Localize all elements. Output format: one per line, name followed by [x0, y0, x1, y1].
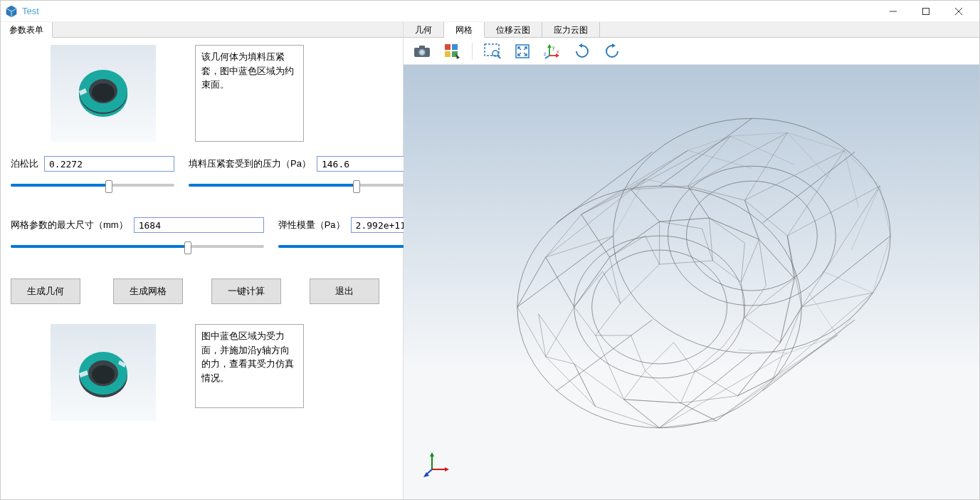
- svg-line-81: [716, 335, 837, 421]
- param-row-1: 泊松比 填料压紧套受到的压力（Pa）: [11, 156, 393, 192]
- svg-line-66: [730, 136, 794, 165]
- svg-rect-21: [445, 51, 451, 57]
- svg-line-72: [517, 257, 546, 307]
- main-body: 参数表单 该几何体为填料压紧套，图中蓝色: [1, 22, 979, 499]
- svg-line-74: [581, 179, 646, 214]
- meshsize-label: 网格参数的最大尺寸（mm）: [11, 219, 128, 231]
- svg-rect-3: [923, 8, 929, 14]
- generate-geometry-button[interactable]: 生成几何: [11, 278, 80, 304]
- svg-line-61: [737, 343, 780, 396]
- svg-point-46: [668, 166, 836, 306]
- window-title: Test: [22, 6, 877, 16]
- tab-geometry[interactable]: 几何: [404, 22, 444, 37]
- param-meshsize: 网格参数的最大尺寸（mm）: [11, 217, 264, 253]
- load-preview-row: 图中蓝色区域为受力面，并施加沿y轴方向的力，查看其受力仿真情况。: [11, 324, 393, 421]
- maximize-button[interactable]: [910, 1, 942, 22]
- poisson-label: 泊松比: [11, 157, 38, 170]
- tab-mesh[interactable]: 网格: [444, 22, 485, 38]
- svg-line-83: [546, 179, 646, 257]
- orientation-triad-icon: [423, 449, 452, 478]
- svg-rect-19: [445, 44, 451, 50]
- geometry-description-1: 该几何体为填料压紧套，图中蓝色区域为约束面。: [195, 45, 304, 142]
- svg-marker-94: [445, 467, 449, 472]
- svg-line-71: [808, 293, 837, 335]
- svg-point-47: [687, 181, 818, 291]
- view-toolbar: y x z: [404, 38, 979, 65]
- color-palette-icon[interactable]: [442, 41, 462, 61]
- svg-marker-41: [612, 43, 616, 48]
- svg-line-70: [823, 271, 873, 293]
- svg-line-62: [624, 400, 681, 403]
- svg-text:x: x: [557, 49, 559, 54]
- svg-line-48: [517, 236, 613, 307]
- svg-line-49: [801, 236, 890, 307]
- svg-line-50: [660, 118, 752, 186]
- svg-line-88: [787, 186, 880, 236]
- left-panel: 参数表单 该几何体为填料压紧套，图中蓝色: [1, 22, 404, 499]
- exit-button[interactable]: 退出: [310, 278, 379, 304]
- geometry-preview-row: 该几何体为填料压紧套，图中蓝色区域为约束面。: [11, 45, 393, 142]
- svg-marker-92: [430, 452, 434, 457]
- app-icon: [5, 5, 18, 18]
- svg-line-76: [688, 136, 731, 186]
- geometry-thumbnail-1: [51, 45, 156, 142]
- poisson-input[interactable]: [44, 156, 174, 172]
- svg-marker-40: [579, 43, 582, 48]
- geometry-description-2: 图中蓝色区域为受力面，并施加沿y轴方向的力，查看其受力仿真情况。: [195, 324, 304, 408]
- svg-line-58: [660, 218, 710, 222]
- svg-line-75: [631, 150, 688, 189]
- svg-line-85: [631, 136, 731, 189]
- svg-line-26: [497, 56, 500, 58]
- meshsize-input[interactable]: [134, 217, 264, 233]
- svg-line-59: [709, 218, 759, 239]
- window-controls: [877, 1, 975, 22]
- parameter-form: 该几何体为填料压紧套，图中蓝色区域为约束面。 泊松比: [1, 38, 403, 499]
- tab-parameter-form[interactable]: 参数表单: [1, 22, 53, 38]
- svg-line-53: [762, 152, 855, 223]
- fit-view-icon[interactable]: [512, 41, 532, 61]
- svg-line-65: [688, 150, 752, 168]
- app-window: Test 参数表单: [0, 0, 980, 500]
- svg-rect-16: [419, 46, 425, 48]
- zoom-window-icon[interactable]: [483, 41, 502, 61]
- svg-line-67: [787, 132, 830, 179]
- param-row-2: 网格参数的最大尺寸（mm） 弹性模量（Pa）: [11, 217, 393, 253]
- svg-line-78: [787, 150, 844, 236]
- param-poisson: 泊松比: [11, 156, 174, 192]
- mesh-viewport[interactable]: [404, 65, 979, 499]
- svg-line-82: [660, 353, 788, 428]
- svg-line-89: [801, 293, 873, 307]
- axes-triad-icon[interactable]: y x z: [542, 41, 562, 61]
- left-tabbar: 参数表单: [1, 22, 403, 38]
- titlebar: Test: [1, 1, 979, 22]
- camera-icon[interactable]: [412, 41, 432, 61]
- svg-line-86: [688, 132, 788, 186]
- svg-marker-33: [547, 44, 552, 48]
- pressure-label: 填料压紧套受到的压力（Pa）: [189, 157, 311, 170]
- view-tabs: 几何 网格 位移云图 应力云图: [404, 22, 979, 38]
- svg-line-79: [801, 186, 880, 307]
- rotate-cw-icon[interactable]: [572, 41, 592, 61]
- svg-line-87: [744, 150, 844, 200]
- calculate-button[interactable]: 一键计算: [211, 278, 281, 304]
- tab-stress[interactable]: 应力云图: [542, 22, 600, 37]
- generate-mesh-button[interactable]: 生成网格: [113, 278, 183, 304]
- right-panel: 几何 网格 位移云图 应力云图: [404, 22, 979, 499]
- meshsize-slider[interactable]: [11, 240, 264, 253]
- svg-line-73: [546, 236, 613, 257]
- tab-displacement[interactable]: 位移云图: [485, 22, 542, 37]
- action-buttons: 生成几何 生成网格 一键计算 退出: [11, 278, 393, 304]
- svg-text:y: y: [552, 45, 555, 51]
- svg-rect-20: [452, 44, 458, 50]
- svg-line-57: [610, 222, 660, 257]
- poisson-slider[interactable]: [11, 179, 174, 192]
- minimize-button[interactable]: [877, 1, 910, 22]
- geometry-thumbnail-2: [51, 324, 156, 421]
- rotate-ccw-icon[interactable]: [602, 41, 622, 61]
- svg-point-10: [92, 83, 115, 102]
- mesh-render: [404, 65, 979, 499]
- svg-point-18: [421, 51, 424, 54]
- close-button[interactable]: [942, 1, 975, 22]
- svg-point-14: [92, 365, 115, 384]
- svg-rect-24: [485, 44, 499, 56]
